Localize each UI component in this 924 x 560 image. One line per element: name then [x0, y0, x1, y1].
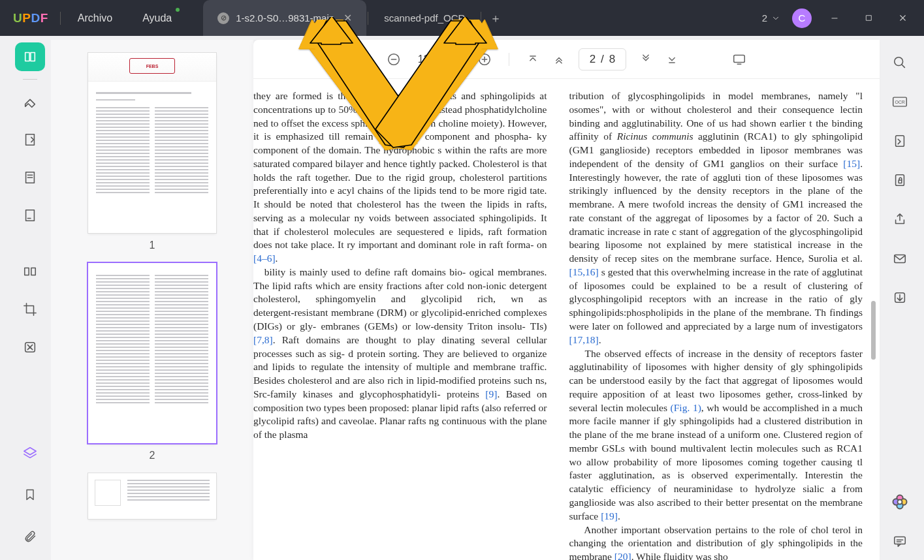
- next-page-button[interactable]: [639, 53, 652, 66]
- svg-marker-15: [24, 448, 36, 455]
- share-button[interactable]: [890, 210, 910, 229]
- reference-link[interactable]: (Fig. 1): [671, 402, 701, 413]
- reference-link[interactable]: [7,8]: [253, 334, 273, 345]
- tab-label: scanned-pdf_OCR: [384, 12, 465, 23]
- thumb-page-1[interactable]: FEBS 1: [59, 53, 246, 251]
- zoom-out-button[interactable]: [387, 52, 401, 67]
- svg-rect-13: [31, 268, 35, 275]
- svg-rect-4: [25, 53, 29, 61]
- svg-rect-39: [895, 537, 906, 544]
- svg-rect-1: [866, 16, 871, 21]
- crop-tool[interactable]: [15, 295, 45, 324]
- document-tabs: ⊘ 1-s2.0-S0…9831-main ✕ scanned-pdf_OCR …: [203, 0, 509, 36]
- window-maximize-button[interactable]: [857, 8, 880, 28]
- thumb-page-2[interactable]: 2: [59, 263, 246, 461]
- comment-button[interactable]: [890, 531, 910, 551]
- ocr-button[interactable]: OCR: [890, 92, 910, 112]
- reference-link[interactable]: [15]: [843, 158, 860, 169]
- svg-rect-12: [25, 268, 29, 275]
- tab-label: 1-s2.0-S0…9831-main: [236, 12, 334, 23]
- document-icon: ⊘: [217, 12, 229, 24]
- tab-document-2[interactable]: scanned-pdf_OCR: [370, 0, 479, 36]
- thumb-page-3[interactable]: [59, 473, 246, 519]
- svg-rect-32: [895, 255, 906, 263]
- notifications-counter[interactable]: 2: [762, 12, 780, 23]
- last-page-button[interactable]: [665, 53, 678, 66]
- save-button[interactable]: [890, 288, 910, 307]
- svg-text:OCR: OCR: [895, 100, 904, 104]
- svg-rect-5: [31, 53, 35, 61]
- doc-column-right: tribution of glycosphingolipids in model…: [569, 89, 863, 560]
- zoom-select[interactable]: 125%: [414, 51, 464, 68]
- window-close-button[interactable]: [891, 8, 914, 28]
- layers-tool[interactable]: [15, 439, 45, 467]
- document-text[interactable]: they are formed is the lipid composition…: [253, 79, 880, 560]
- svg-rect-23: [734, 55, 745, 62]
- left-tool-rail: [9, 40, 51, 560]
- avatar[interactable]: C: [792, 8, 812, 28]
- page-counter[interactable]: 2/8: [579, 48, 627, 70]
- email-button[interactable]: [890, 249, 910, 268]
- thumb-label: 1: [150, 240, 155, 251]
- doc-column-left: they are formed is the lipid composition…: [253, 89, 547, 560]
- reference-link[interactable]: [4–6]: [253, 253, 276, 264]
- reference-link[interactable]: [17,18]: [569, 334, 599, 345]
- thumbnails-tool[interactable]: [15, 42, 45, 71]
- convert-button[interactable]: [890, 131, 910, 151]
- form-tool[interactable]: [15, 201, 45, 230]
- svg-rect-10: [26, 210, 35, 221]
- reference-link[interactable]: [15,16]: [569, 266, 599, 277]
- tab-document-1[interactable]: ⊘ 1-s2.0-S0…9831-main ✕: [203, 0, 366, 36]
- page-tool[interactable]: [15, 163, 45, 192]
- thumb-label: 2: [150, 450, 155, 461]
- reference-link[interactable]: [19]: [601, 510, 618, 521]
- first-page-button[interactable]: [526, 53, 539, 66]
- app-logo: UPDF: [13, 11, 48, 25]
- redact-tool[interactable]: [15, 333, 45, 362]
- right-tool-rail: OCR: [880, 40, 920, 560]
- reference-link[interactable]: [20]: [614, 551, 631, 560]
- presentation-button[interactable]: [732, 52, 746, 67]
- bookmark-tool[interactable]: [15, 480, 45, 509]
- attachment-tool[interactable]: [15, 522, 45, 551]
- prev-page-button[interactable]: [552, 53, 566, 66]
- document-viewer: 125% 2/8 they are formed is the lipid co…: [253, 40, 880, 560]
- svg-line-26: [902, 65, 905, 68]
- edit-tool[interactable]: [15, 125, 45, 154]
- menu-help[interactable]: Ayuda: [137, 9, 177, 27]
- search-button[interactable]: [890, 53, 910, 72]
- new-tab-button[interactable]: ＋: [483, 0, 509, 36]
- thumbnail-panel: FEBS 1: [51, 40, 253, 560]
- menu-file[interactable]: Archivo: [72, 9, 118, 27]
- reference-link[interactable]: [9]: [485, 388, 497, 399]
- window-minimize-button[interactable]: [823, 8, 846, 28]
- highlight-tool[interactable]: [15, 87, 45, 116]
- svg-point-38: [898, 500, 902, 505]
- viewer-toolbar: 125% 2/8: [253, 40, 880, 79]
- chevron-down-icon: [453, 55, 460, 63]
- titlebar: UPDF Archivo Ayuda ⊘ 1-s2.0-S0…9831-main…: [0, 0, 924, 36]
- organize-tool[interactable]: [15, 257, 45, 286]
- protect-button[interactable]: [890, 170, 910, 190]
- ai-button[interactable]: [890, 492, 910, 512]
- close-icon[interactable]: ✕: [343, 12, 352, 24]
- scrollbar[interactable]: [871, 301, 876, 360]
- zoom-in-button[interactable]: [477, 52, 492, 67]
